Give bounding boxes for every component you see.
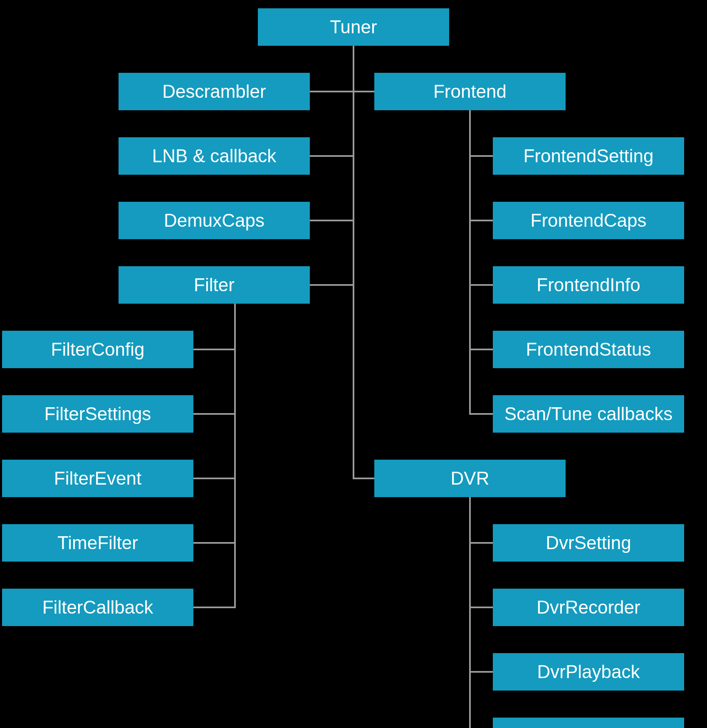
- connector-line: [469, 349, 494, 350]
- connector-line: [310, 284, 354, 286]
- connector-line: [310, 155, 354, 157]
- node-label: FilterCallback: [42, 597, 153, 618]
- node-dvrrecorder: DvrRecorder: [493, 589, 684, 626]
- node-frontendstatus: FrontendStatus: [493, 331, 684, 368]
- node-label: FilterSettings: [44, 404, 151, 424]
- node-dvrplayback: DvrPlayback: [493, 653, 684, 691]
- diagram-canvas: Tuner Descrambler LNB & callback DemuxCa…: [0, 0, 707, 728]
- node-label: FrontendInfo: [536, 275, 640, 295]
- node-filtercallback: FilterCallback: [2, 589, 193, 626]
- node-filtersettings: FilterSettings: [2, 395, 193, 433]
- node-dvrsetting: DvrSetting: [493, 524, 684, 562]
- node-label: TimeFilter: [57, 532, 138, 553]
- node-dvr: DVR: [374, 460, 566, 497]
- connector-line: [193, 349, 236, 350]
- node-label: Descrambler: [162, 81, 266, 102]
- connector-line: [469, 607, 494, 608]
- node-timefilter: TimeFilter: [2, 524, 193, 562]
- node-label: DVR: [451, 468, 489, 489]
- node-label: FrontendSetting: [523, 146, 653, 166]
- node-tuner: Tuner: [258, 8, 449, 46]
- node-label: FilterEvent: [54, 468, 141, 489]
- node-label: Frontend: [433, 81, 507, 102]
- node-label: DemuxCaps: [164, 210, 265, 231]
- connector-line: [353, 46, 354, 478]
- node-label: DvrCallbacks: [534, 726, 642, 728]
- node-frontendsetting: FrontendSetting: [493, 137, 684, 175]
- connector-line: [469, 671, 494, 673]
- connector-line: [469, 155, 494, 157]
- node-demuxcaps: DemuxCaps: [119, 202, 310, 239]
- node-label: Filter: [194, 275, 235, 295]
- node-frontendcaps: FrontendCaps: [493, 202, 684, 239]
- connector-line: [193, 542, 236, 544]
- connector-line: [469, 284, 494, 286]
- node-label: FrontendCaps: [531, 210, 647, 231]
- connector-line: [353, 478, 376, 479]
- connector-line: [469, 413, 494, 415]
- node-descrambler: Descrambler: [119, 73, 310, 110]
- node-label: Scan/Tune callbacks: [504, 404, 672, 424]
- connector-line: [310, 220, 354, 221]
- connector-line: [469, 542, 494, 544]
- connector-line: [469, 497, 471, 728]
- node-dvrcallbacks: DvrCallbacks: [493, 718, 684, 728]
- connector-line: [193, 607, 236, 608]
- node-label: FrontendStatus: [526, 339, 651, 360]
- node-lnb-callback: LNB & callback: [119, 137, 310, 175]
- node-label: DvrPlayback: [537, 661, 640, 682]
- node-filter: Filter: [119, 266, 310, 304]
- connector-line: [469, 220, 494, 221]
- node-label: DvrRecorder: [536, 597, 640, 618]
- node-label: LNB & callback: [152, 146, 276, 166]
- node-label: Tuner: [330, 17, 377, 37]
- connector-line: [193, 478, 236, 479]
- connector-line: [310, 91, 354, 92]
- node-label: FilterConfig: [51, 339, 145, 360]
- node-frontendinfo: FrontendInfo: [493, 266, 684, 304]
- connector-line: [193, 413, 236, 415]
- node-label: DvrSetting: [546, 532, 631, 553]
- node-filterconfig: FilterConfig: [2, 331, 193, 368]
- node-frontend: Frontend: [374, 73, 566, 110]
- node-filterevent: FilterEvent: [2, 460, 193, 497]
- connector-line: [353, 91, 376, 92]
- node-scan-tune-callbacks: Scan/Tune callbacks: [493, 395, 684, 433]
